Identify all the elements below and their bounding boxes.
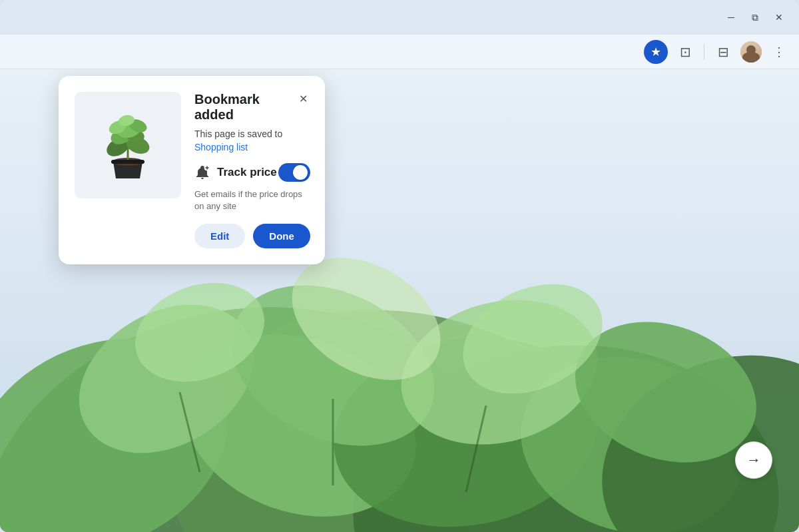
toolbar-divider <box>704 44 704 60</box>
profile-avatar-button[interactable] <box>740 41 762 63</box>
bookmark-star-button[interactable]: ★ <box>644 40 668 64</box>
done-button[interactable]: Done <box>253 224 310 248</box>
saved-to-text: This page is saved to <box>194 129 282 139</box>
track-price-left: Track price <box>194 164 277 180</box>
browser-toolbar: ★ ⊡ ⊟ ⋮ <box>0 35 799 69</box>
track-price-text-group: Track price <box>217 166 277 179</box>
toggle-slider <box>278 163 310 182</box>
popup-thumbnail <box>75 92 181 198</box>
close-button[interactable]: ✕ <box>770 8 788 27</box>
restore-button[interactable]: ⧉ <box>746 8 764 27</box>
popup-content: ✕ Bookmark added This page is saved to S… <box>194 92 310 248</box>
popup-title: Bookmark added <box>194 92 294 123</box>
more-icon: ⋮ <box>773 45 785 59</box>
close-icon: ✕ <box>299 93 308 105</box>
edit-button[interactable]: Edit <box>194 224 245 248</box>
extensions-icon: ⊡ <box>680 44 691 60</box>
popup-close-button[interactable]: ✕ <box>294 89 313 108</box>
minimize-button[interactable]: ─ <box>722 8 740 27</box>
more-menu-button[interactable]: ⋮ <box>767 40 791 64</box>
track-price-toggle[interactable] <box>278 163 310 182</box>
next-button[interactable]: → <box>735 441 772 479</box>
popup-actions: Edit Done <box>194 224 310 248</box>
split-view-button[interactable]: ⊟ <box>711 40 735 64</box>
star-icon: ★ <box>651 45 661 59</box>
track-price-label: Track price <box>217 166 277 179</box>
svg-rect-29 <box>111 160 144 164</box>
plant-thumbnail-image <box>88 102 168 188</box>
shopping-list-link[interactable]: Shopping list <box>194 142 248 152</box>
track-price-icon <box>194 164 210 180</box>
arrow-right-icon: → <box>746 451 761 469</box>
track-price-description: Get emails if the price drops on any sit… <box>194 188 310 212</box>
extensions-button[interactable]: ⊡ <box>673 40 697 64</box>
bookmark-popup: ✕ Bookmark added This page is saved to S… <box>59 76 325 264</box>
avatar <box>740 41 762 63</box>
title-bar: ─ ⧉ ✕ <box>0 0 799 35</box>
popup-subtitle: This page is saved to Shopping list <box>194 128 310 154</box>
page-content: → <box>0 69 799 532</box>
track-price-row: Track price <box>194 163 310 182</box>
browser-window: ─ ⧉ ✕ ★ ⊡ ⊟ ⋮ <box>0 0 799 532</box>
split-view-icon: ⊟ <box>718 44 729 60</box>
